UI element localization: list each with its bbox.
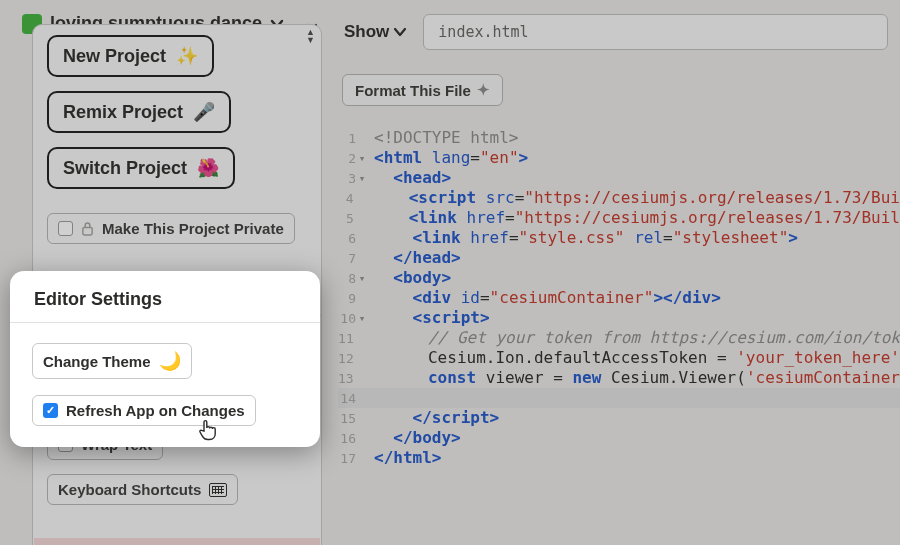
fold-toggle-icon: [356, 228, 368, 248]
code-line[interactable]: 13 const viewer = new Cesium.Viewer('ces…: [338, 368, 900, 388]
lock-icon: [81, 221, 94, 236]
line-number: 5: [338, 208, 354, 228]
sparkle-icon: ✦: [477, 81, 490, 99]
keyboard-shortcuts-button[interactable]: Keyboard Shortcuts: [47, 474, 238, 505]
code-line[interactable]: 3▾ <head>: [338, 168, 900, 188]
switch-project-button[interactable]: Switch Project 🌺: [47, 147, 235, 189]
fold-toggle-icon: [356, 288, 368, 308]
code-line[interactable]: 2▾<html lang="en">: [338, 148, 900, 168]
code-content: <script src="https://cesiumjs.org/releas…: [364, 188, 900, 208]
line-number: 8: [338, 268, 356, 288]
code-line[interactable]: 6 <link href="style.css" rel="stylesheet…: [338, 228, 900, 248]
format-file-label: Format This File: [355, 82, 471, 99]
fold-toggle-icon: [356, 388, 368, 408]
editor-settings-spotlight: Editor Settings Change Theme 🌙 ✓ Refresh…: [10, 271, 320, 447]
checkbox-checked-icon: ✓: [43, 403, 58, 418]
line-number: 17: [338, 448, 356, 468]
code-line[interactable]: 7 </head>: [338, 248, 900, 268]
checkbox-icon: [58, 221, 73, 236]
top-toolbar: Show: [300, 14, 888, 50]
code-line[interactable]: 16 </body>: [338, 428, 900, 448]
make-private-label: Make This Project Private: [102, 220, 284, 237]
file-path-input[interactable]: [423, 14, 888, 50]
make-private-button[interactable]: Make This Project Private: [47, 213, 295, 244]
code-content: <html lang="en">: [368, 148, 528, 168]
fold-toggle-icon: [354, 368, 364, 388]
fold-toggle-icon: [354, 348, 364, 368]
code-line[interactable]: 4 <script src="https://cesiumjs.org/rele…: [338, 188, 900, 208]
code-line[interactable]: 9 <div id="cesiumContainer"></div>: [338, 288, 900, 308]
code-line[interactable]: 14: [338, 388, 900, 408]
code-line[interactable]: 11 // Get your token from https://cesium…: [338, 328, 900, 348]
code-content: <script>: [368, 308, 490, 328]
line-number: 13: [338, 368, 354, 388]
remix-project-button[interactable]: Remix Project 🎤: [47, 91, 231, 133]
code-content: <link href="https://cesiumjs.org/release…: [364, 208, 900, 228]
code-content: // Get your token from https://cesium.co…: [364, 328, 900, 348]
fold-toggle-icon: [356, 248, 368, 268]
code-content: const viewer = new Cesium.Viewer('cesium…: [364, 368, 900, 388]
line-number: 12: [338, 348, 354, 368]
line-number: 1: [338, 128, 356, 148]
chevron-down-icon: [393, 27, 407, 37]
code-content: </body>: [368, 428, 461, 448]
svg-rect-0: [83, 228, 92, 235]
code-content: Cesium.Ion.defaultAccessToken = 'your_to…: [364, 348, 900, 368]
fold-toggle-icon: [354, 328, 364, 348]
fold-toggle-icon: [356, 408, 368, 428]
line-number: 16: [338, 428, 356, 448]
line-number: 9: [338, 288, 356, 308]
line-number: 2: [338, 148, 356, 168]
code-content: <div id="cesiumContainer"></div>: [368, 288, 721, 308]
code-line[interactable]: 10▾ <script>: [338, 308, 900, 328]
remix-project-label: Remix Project: [63, 102, 183, 123]
fold-toggle-icon: [356, 428, 368, 448]
show-dropdown[interactable]: Show: [344, 22, 407, 42]
flower-icon: 🌺: [197, 157, 219, 179]
change-theme-button[interactable]: Change Theme 🌙: [32, 343, 192, 379]
change-theme-label: Change Theme: [43, 353, 151, 370]
fold-toggle-icon: [356, 128, 368, 148]
code-line[interactable]: 8▾ <body>: [338, 268, 900, 288]
code-content: <body>: [368, 268, 451, 288]
show-label: Show: [344, 22, 389, 42]
line-number: 11: [338, 328, 354, 348]
moon-icon: 🌙: [159, 350, 181, 372]
line-number: 14: [338, 388, 356, 408]
refresh-on-changes-toggle[interactable]: ✓ Refresh App on Changes: [32, 395, 256, 426]
keyboard-icon: [209, 483, 227, 497]
fold-toggle-icon: [354, 208, 364, 228]
line-number: 15: [338, 408, 356, 428]
code-line[interactable]: 5 <link href="https://cesiumjs.org/relea…: [338, 208, 900, 228]
scroll-arrows-icon: ▲▼: [306, 28, 315, 44]
code-content: </script>: [368, 408, 499, 428]
fold-toggle-icon[interactable]: ▾: [356, 268, 368, 288]
code-content: <link href="style.css" rel="stylesheet">: [368, 228, 798, 248]
microphone-icon: 🎤: [193, 101, 215, 123]
code-editor[interactable]: 1<!DOCTYPE html>2▾<html lang="en">3▾ <he…: [338, 128, 900, 545]
line-number: 4: [338, 188, 354, 208]
switch-project-label: Switch Project: [63, 158, 187, 179]
fold-toggle-icon: [354, 188, 364, 208]
new-project-button[interactable]: New Project ✨: [47, 35, 214, 77]
line-number: 3: [338, 168, 356, 188]
line-number: 7: [338, 248, 356, 268]
code-line[interactable]: 15 </script>: [338, 408, 900, 428]
code-content: <!DOCTYPE html>: [368, 128, 519, 148]
code-line[interactable]: 17</html>: [338, 448, 900, 468]
editor-settings-heading: Editor Settings: [10, 271, 320, 322]
code-line[interactable]: 1<!DOCTYPE html>: [338, 128, 900, 148]
fold-toggle-icon[interactable]: ▾: [356, 168, 368, 188]
fold-toggle-icon[interactable]: ▾: [356, 148, 368, 168]
code-content: </html>: [368, 448, 441, 468]
code-content: <head>: [368, 168, 451, 188]
line-number: 6: [338, 228, 356, 248]
fold-toggle-icon[interactable]: ▾: [356, 308, 368, 328]
new-project-label: New Project: [63, 46, 166, 67]
format-file-button[interactable]: Format This File ✦: [342, 74, 503, 106]
code-line[interactable]: 12 Cesium.Ion.defaultAccessToken = 'your…: [338, 348, 900, 368]
pointer-cursor-icon: [197, 417, 219, 446]
fold-toggle-icon: [356, 448, 368, 468]
keyboard-shortcuts-label: Keyboard Shortcuts: [58, 481, 201, 498]
code-content: [368, 388, 432, 408]
